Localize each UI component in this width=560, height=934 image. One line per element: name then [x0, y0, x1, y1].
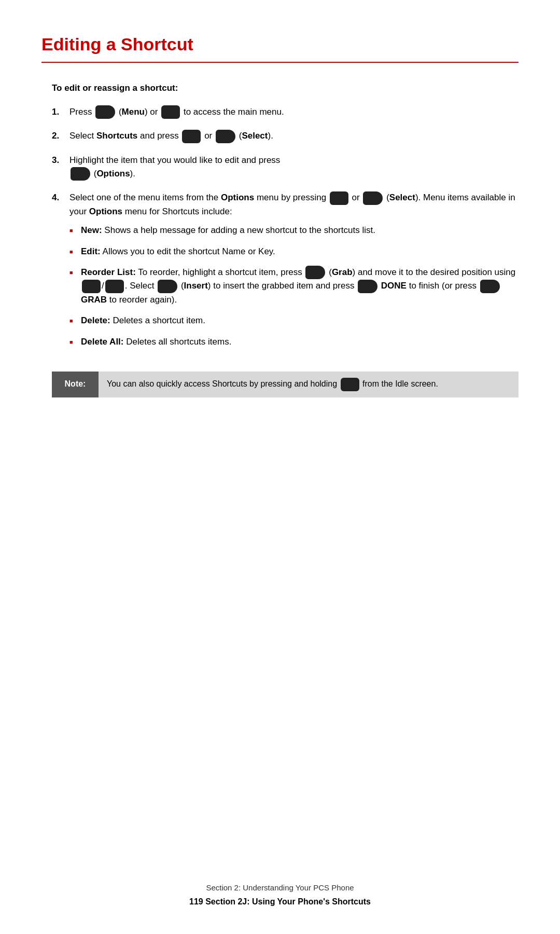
bullet-reorder-content: Reorder List: To reorder, highlight a sh… [81, 266, 519, 307]
bullet-delete: Delete: Deletes a shortcut item. [69, 314, 519, 327]
section-intro: To edit or reassign a shortcut: [52, 81, 519, 95]
grab-bold-2: GRAB [81, 295, 107, 305]
footer: Section 2: Understanding Your PCS Phone … [41, 882, 519, 909]
sub-bullets-list: New: Shows a help message for adding a n… [69, 224, 519, 349]
insert-btn-icon [158, 280, 177, 293]
step-2-content: Select Shortcuts and press or (Select). [69, 129, 519, 143]
select-bold-2: Select [389, 193, 415, 202]
step-1: Press (Menu) or to access the main menu. [52, 105, 519, 119]
menu-btn-round-icon [161, 105, 180, 119]
options-bold: Options [96, 169, 130, 178]
note-box: Note: You can also quickly access Shortc… [52, 372, 519, 397]
bullet-delete-all-content: Delete All: Deletes all shortcuts items. [81, 335, 519, 349]
nav-btn1-icon [82, 280, 101, 293]
options-round-icon [330, 191, 348, 205]
done-bold: DONE [381, 281, 407, 291]
menu-bold: Menu [122, 107, 145, 117]
edit-bold: Edit: [81, 246, 101, 256]
note-btn-icon [341, 378, 359, 391]
options-bold-2: Options [89, 207, 122, 216]
page-title: Editing a Shortcut [41, 31, 519, 58]
options-left-icon [363, 191, 383, 205]
new-bold: New: [81, 225, 102, 235]
delete-bold: Delete: [81, 315, 110, 325]
bullet-new: New: Shows a help message for adding a n… [69, 224, 519, 237]
footer-bottom: 119 Section 2J: Using Your Phone's Short… [41, 896, 519, 908]
grab-bold: Grab [332, 267, 353, 277]
step-2: Select Shortcuts and press or (Select). [52, 129, 519, 143]
done-btn-icon [358, 280, 377, 293]
shortcuts-bold: Shortcuts [96, 131, 137, 141]
bullet-delete-content: Delete: Deletes a shortcut item. [81, 314, 519, 327]
reorder-bold: Reorder List: [81, 267, 136, 277]
options-menu-bold: Options [221, 193, 254, 202]
note-content: You can also quickly access Shortcuts by… [99, 372, 446, 397]
insert-bold: Insert [184, 281, 208, 291]
grab-btn-icon [305, 266, 325, 279]
bullet-new-content: New: Shows a help message for adding a n… [81, 224, 519, 237]
title-divider [41, 62, 519, 63]
step-1-content: Press (Menu) or to access the main menu. [69, 105, 519, 119]
select-bold: Select [242, 131, 268, 141]
delete-all-bold: Delete All: [81, 337, 124, 347]
note-label: Note: [52, 372, 99, 397]
select-left-icon [216, 130, 235, 143]
menu-btn-left-icon [95, 105, 115, 119]
options-btn-icon [71, 167, 90, 181]
bullet-edit: Edit: Allows you to edit the shortcut Na… [69, 245, 519, 258]
bullet-delete-all: Delete All: Deletes all shortcuts items. [69, 335, 519, 349]
bullet-reorder: Reorder List: To reorder, highlight a sh… [69, 266, 519, 307]
step-4: Select one of the menu items from the Op… [52, 191, 519, 356]
grab-btn2-icon [480, 280, 500, 293]
nav-btn2-icon [105, 280, 124, 293]
step-3: Highlight the item that you would like t… [52, 154, 519, 181]
select-round-icon [182, 130, 201, 143]
steps-list: Press (Menu) or to access the main menu.… [52, 105, 519, 356]
footer-top: Section 2: Understanding Your PCS Phone [41, 882, 519, 894]
step-4-content: Select one of the menu items from the Op… [69, 191, 519, 356]
step-3-content: Highlight the item that you would like t… [69, 154, 519, 181]
bullet-edit-content: Edit: Allows you to edit the shortcut Na… [81, 245, 519, 258]
